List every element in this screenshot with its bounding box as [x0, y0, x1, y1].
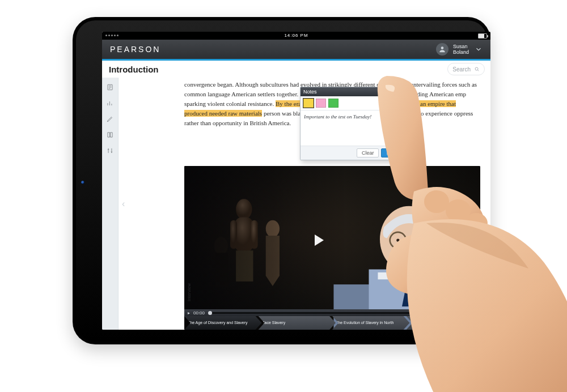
video-scrubber[interactable]: ▸ 00:00 🔊 ⛶	[184, 309, 480, 316]
svg-line-2	[477, 70, 479, 71]
notes-header: Notes ×	[301, 87, 406, 96]
prev-page-button[interactable]: ‹	[122, 199, 125, 209]
swatch-pink[interactable]	[316, 99, 326, 108]
content-pane: ‹ convergence began. Although subculture…	[119, 78, 490, 330]
app-header: PEARSON Susan Boland	[102, 40, 490, 61]
svg-point-1	[475, 67, 478, 70]
search-input[interactable]: Search	[447, 63, 485, 75]
scrub-time: 00:00	[193, 310, 205, 316]
user-icon	[438, 45, 446, 53]
svg-point-28	[419, 239, 422, 242]
status-bar: 14:06 PM	[102, 32, 490, 40]
chevron-down-icon	[475, 45, 483, 53]
app-body: ‹ convergence began. Although subculture…	[102, 78, 490, 330]
title-bar: Introduction Search	[102, 61, 490, 78]
camera-dot	[81, 181, 84, 184]
svg-rect-22	[378, 272, 443, 279]
user-name[interactable]: Susan Boland	[453, 44, 469, 55]
color-swatches	[301, 96, 406, 110]
search-icon	[474, 66, 480, 72]
play-icon[interactable]	[315, 235, 324, 246]
chapter-2[interactable]: Race Slavery	[259, 316, 336, 330]
notes-actions: Clear Save	[301, 146, 406, 160]
brand-logo: PEARSON	[110, 45, 160, 54]
search-placeholder: Search	[452, 66, 471, 73]
chart-icon[interactable]	[106, 99, 114, 107]
close-icon[interactable]: ×	[400, 89, 403, 95]
note-text[interactable]: Important to the test on Tuesday!	[301, 110, 406, 146]
battery-icon	[478, 33, 487, 39]
screen: 14:06 PM PEARSON Susan Boland	[102, 32, 490, 330]
notes-title: Notes	[303, 89, 317, 95]
notes-icon[interactable]	[106, 83, 114, 91]
swatch-green[interactable]	[328, 99, 338, 108]
user-menu-toggle[interactable]	[475, 45, 483, 53]
tablet-frame: 14:06 PM PEARSON Susan Boland	[73, 17, 490, 344]
pencil-icon[interactable]	[106, 115, 114, 123]
svg-point-27	[397, 239, 400, 242]
scrub-bar[interactable]	[208, 312, 460, 314]
svg-point-0	[441, 46, 444, 49]
video-chapters: The Age of Discovery and Slavery Race Sl…	[184, 316, 480, 330]
save-button[interactable]: Save	[381, 148, 403, 157]
settings-icon[interactable]	[106, 147, 114, 155]
chapter-1[interactable]: The Age of Discovery and Slavery	[184, 316, 262, 330]
book-icon[interactable]	[106, 131, 114, 139]
status-time: 14:06 PM	[284, 33, 308, 38]
avatar[interactable]	[436, 43, 448, 56]
fullscreen-icon[interactable]: ⛶	[472, 310, 477, 316]
notes-popover: Notes × Important to the test on Tuesday…	[300, 87, 407, 160]
page-title: Introduction	[109, 65, 158, 74]
clear-button[interactable]: Clear	[357, 148, 379, 157]
chapter-3[interactable]: The Evolution of Slavery in North	[332, 316, 410, 330]
user-first: Susan	[453, 44, 468, 49]
play-small-icon[interactable]: ▸	[188, 310, 190, 316]
speaker	[323, 179, 480, 330]
swatch-yellow[interactable]	[303, 99, 314, 108]
chapter-4[interactable]: Slavery in the Colonies	[407, 316, 481, 330]
signal-icon	[105, 35, 119, 36]
video-player[interactable]: Interview	[184, 166, 480, 330]
volume-icon[interactable]: 🔊	[463, 310, 469, 316]
user-last: Boland	[453, 49, 469, 55]
tool-rail	[102, 78, 119, 330]
